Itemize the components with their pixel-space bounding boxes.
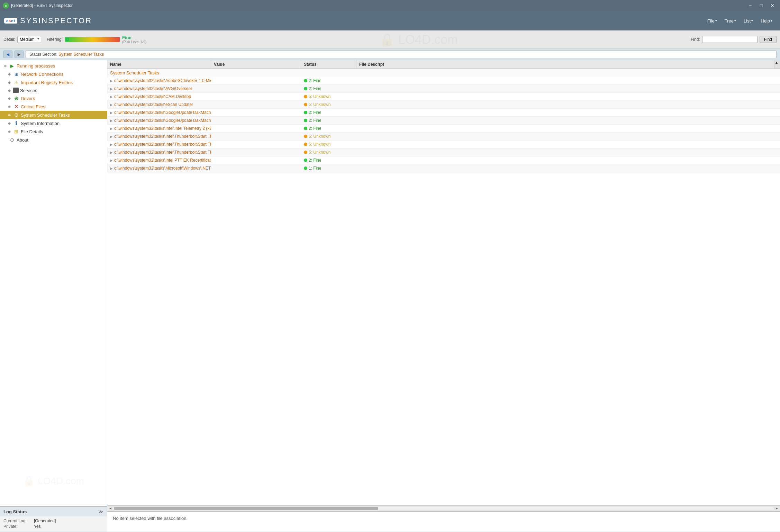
row-expand-icon[interactable]: ▶ <box>110 143 113 146</box>
toolbar: Detail: Low Medium High Filtering: Fine … <box>0 30 780 49</box>
tree-item-about[interactable]: ⊙ About <box>0 136 107 144</box>
th-status[interactable]: Status <box>301 60 356 69</box>
forward-button[interactable]: ► <box>15 51 24 58</box>
cell-name: ▶ c:\windows\system32\tasks\Microsoft\Wi… <box>107 164 211 172</box>
back-button[interactable]: ◄ <box>3 51 12 58</box>
cell-filedesc <box>356 111 780 114</box>
row-expand-icon[interactable]: ▶ <box>110 87 113 91</box>
horiz-scroll-thumb <box>114 507 378 510</box>
row-expand-icon[interactable]: ▶ <box>110 95 113 99</box>
th-name[interactable]: Name <box>107 60 211 69</box>
scroll-right-arrow[interactable]: ► <box>774 506 779 510</box>
status-section: Status Section: System Scheduler Tasks <box>26 51 777 58</box>
tree-expand-running: ⊕ <box>3 64 8 68</box>
th-value[interactable]: Value <box>211 60 301 69</box>
title-bar-title: [Generated] - ESET SysInspector <box>11 3 73 8</box>
tree-label-registry: Important Registry Entries <box>21 80 73 85</box>
cell-filedesc <box>356 135 780 138</box>
menu-help[interactable]: Help ▾ <box>757 17 776 25</box>
table-row[interactable]: ▶ c:\windows\system32\tasks\Intel PTT EK… <box>107 156 780 164</box>
menu-list[interactable]: List ▾ <box>740 17 756 25</box>
bottom-detail: No item selected with file association. <box>107 511 780 532</box>
minimize-button[interactable]: − <box>745 2 755 9</box>
tree-expand-critical: ⊕ <box>7 105 12 109</box>
row-expand-icon[interactable]: ▶ <box>110 79 113 83</box>
app-icon: ● <box>3 2 9 9</box>
cell-value <box>211 159 301 162</box>
filter-label: Filtering: <box>47 37 63 42</box>
status-text: 2: Fine <box>309 78 321 83</box>
tree-item-drivers[interactable]: ⊕ ⊕ Drivers <box>0 94 107 102</box>
tree-item-scheduler[interactable]: ⊕ ⊙ System Scheduler Tasks <box>0 111 107 119</box>
cell-status: 2: Fine <box>301 125 356 132</box>
table-row[interactable]: ▶ c:\windows\system32\tasks\eScan Update… <box>107 101 780 109</box>
table-row[interactable]: ▶ c:\windows\system32\tasks\CAM.Desktop … <box>107 93 780 101</box>
filter-group: Filtering: Fine (Risk Level 1-9) <box>47 35 146 44</box>
table-body[interactable]: System Scheduler Tasks ▶ c:\windows\syst… <box>107 69 780 505</box>
tree-item-network[interactable]: ⊕ ⊞ Network Connections <box>0 70 107 78</box>
table-row[interactable]: ▶ c:\windows\system32\tasks\GoogleUpdate… <box>107 117 780 125</box>
table-row[interactable]: ▶ c:\windows\system32\tasks\Intel\Thunde… <box>107 148 780 156</box>
table-row[interactable]: ▶ c:\windows\system32\tasks\AdobeGCInvok… <box>107 77 780 85</box>
detail-label: Detail: <box>3 37 15 42</box>
tree-item-registry[interactable]: ⊕ ⚠ Important Registry Entries <box>0 78 107 87</box>
status-dot-icon <box>304 166 307 170</box>
cell-status: 5: Unknown <box>301 133 356 140</box>
find-input[interactable] <box>702 36 758 43</box>
tree-label-sysinfo: System Information <box>21 121 60 126</box>
tree-label-services: Services <box>20 88 37 93</box>
find-group: Find: Find <box>691 36 777 43</box>
row-expand-icon[interactable]: ▶ <box>110 111 113 115</box>
table-row[interactable]: ▶ c:\windows\system32\tasks\Intel\Thunde… <box>107 141 780 148</box>
tree-label-critical-files: Critical Files <box>21 104 45 109</box>
status-dot-icon <box>304 87 307 90</box>
row-expand-icon[interactable]: ▶ <box>110 127 113 130</box>
log-row-private: Private: Yes <box>3 524 103 529</box>
cell-filedesc <box>356 151 780 154</box>
table-row[interactable]: ▶ c:\windows\system32\tasks\Microsoft\Wi… <box>107 164 780 172</box>
th-filedesc[interactable]: File Descript <box>356 60 774 69</box>
row-expand-icon[interactable]: ▶ <box>110 103 113 107</box>
row-path: c:\windows\system32\tasks\Intel\Thunderb… <box>114 150 211 155</box>
tree-item-running-processes[interactable]: ⊕ ▶ Running processes <box>0 62 107 70</box>
menu-file[interactable]: File ▾ <box>704 17 720 25</box>
horiz-scroll[interactable]: ◄ ► <box>107 505 780 511</box>
maximize-button[interactable]: □ <box>756 2 766 9</box>
title-bar: ● [Generated] - ESET SysInspector − □ ✕ <box>0 0 780 11</box>
row-expand-icon[interactable]: ▶ <box>110 159 113 162</box>
right-panel: Name Value Status File Descript ▲ System… <box>107 60 780 532</box>
row-expand-icon[interactable]: ▶ <box>110 119 113 123</box>
scroll-left-arrow[interactable]: ◄ <box>108 506 113 510</box>
tree-item-filedetails[interactable]: ⊕ ⊞ File Details <box>0 127 107 136</box>
close-button[interactable]: ✕ <box>768 2 777 9</box>
log-status-header[interactable]: Log Status ≫ <box>0 506 107 516</box>
row-expand-icon[interactable]: ▶ <box>110 166 113 170</box>
table-row[interactable]: ▶ c:\windows\system32\tasks\Intel\Thunde… <box>107 133 780 141</box>
tree-item-sysinfo[interactable]: ⊕ ℹ System Information <box>0 119 107 127</box>
row-expand-icon[interactable]: ▶ <box>110 135 113 138</box>
tree-label-filedetails: File Details <box>21 129 43 134</box>
title-bar-left: ● [Generated] - ESET SysInspector <box>3 2 73 9</box>
filter-gradient[interactable] <box>65 37 120 42</box>
detail-select[interactable]: Low Medium High <box>17 36 41 43</box>
filter-level-text: (Risk Level 1-9) <box>122 40 146 44</box>
cell-name: ▶ c:\windows\system32\tasks\GoogleUpdate… <box>107 109 211 116</box>
table-row[interactable]: ▶ c:\windows\system32\tasks\GoogleUpdate… <box>107 109 780 117</box>
status-text: 2: Fine <box>309 110 321 115</box>
find-button[interactable]: Find <box>760 36 777 43</box>
main-content: ⊕ ▶ Running processes ⊕ ⊞ Network Connec… <box>0 60 780 532</box>
menu-tree[interactable]: Tree ▾ <box>721 17 740 25</box>
sysinfo-icon: ℹ <box>13 120 19 126</box>
tree-item-services[interactable]: ⊕ Services <box>0 87 107 94</box>
header-menu: File ▾ Tree ▾ List ▾ Help ▾ <box>704 17 776 25</box>
cell-filedesc <box>356 167 780 170</box>
cell-value <box>211 119 301 122</box>
row-expand-icon[interactable]: ▶ <box>110 151 113 154</box>
table-row[interactable]: ▶ c:\windows\system32\tasks\Intel\Intel … <box>107 125 780 133</box>
status-text: 2: Fine <box>309 86 321 91</box>
table-row[interactable]: ▶ c:\windows\system32\tasks\AVG\Overseer… <box>107 85 780 93</box>
th-scroll: ▲ <box>774 60 780 69</box>
horiz-scroll-bar[interactable] <box>113 507 774 510</box>
row-path: c:\windows\system32\tasks\Intel\Thunderb… <box>114 142 211 147</box>
tree-item-critical-files[interactable]: ⊕ ✕ Critical Files <box>0 102 107 111</box>
